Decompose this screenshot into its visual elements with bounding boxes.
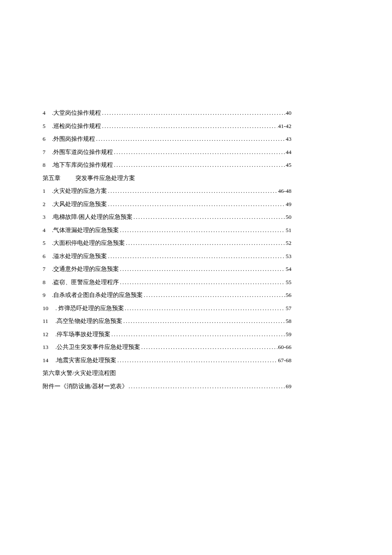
toc-title: .气体泄漏处理的应急预案 xyxy=(52,227,119,233)
toc-entry: 4 .气体泄漏处理的应急预案 51 xyxy=(43,227,291,233)
toc-page: 49 xyxy=(285,201,292,207)
toc-number: 1 xyxy=(43,188,52,194)
toc-entry: 14 .地震灾害应急处理预案 67-68 xyxy=(43,357,291,363)
toc-number: 4 xyxy=(43,227,52,233)
toc-title: .大堂岗位操作规程 xyxy=(52,110,101,116)
toc-leader xyxy=(122,318,285,324)
toc-entry: 10 . 炸弹恐吓处理的应急预案 57 xyxy=(43,305,291,311)
toc-leader xyxy=(119,279,285,285)
toc-entry: 4 .大堂岗位操作规程 40 xyxy=(43,110,291,116)
toc-leader xyxy=(124,305,285,311)
toc-title: .外围车道岗位操作规程 xyxy=(52,149,113,155)
toc-title: .自杀或者企图自杀处理的应急预案 xyxy=(52,292,143,298)
toc-page: 40 xyxy=(285,110,292,116)
toc-title: . 炸弹恐吓处理的应急预案 xyxy=(55,305,124,311)
toc-leader xyxy=(116,357,277,363)
toc-entry: 7 .交通意外处理的应急预案 54 xyxy=(43,266,291,272)
toc-number: 12 xyxy=(43,331,55,337)
toc-leader xyxy=(119,266,285,272)
toc-title: .电梯故障/困人处理的应急预案 xyxy=(52,214,133,220)
toc-title: .大风处理的应急预案 xyxy=(52,201,107,207)
toc-leader xyxy=(128,384,285,389)
toc-number: 8 xyxy=(43,162,52,168)
toc-entry: 3 .电梯故障/困人处理的应急预案 50 xyxy=(43,214,291,220)
toc-page: 50 xyxy=(285,214,292,220)
toc-leader xyxy=(101,123,277,129)
toc-entry: 7 .外围车道岗位操作规程 44 xyxy=(43,149,291,155)
toc-entry: 5 .巡检岗位操作规程 41-42 xyxy=(43,123,291,129)
toc-number: 13 xyxy=(43,344,55,350)
toc-page: 59 xyxy=(285,331,292,337)
toc-title: .地下车库岗位操作规程 xyxy=(52,162,113,168)
toc-page: 43 xyxy=(285,136,292,142)
toc-page: 60-66 xyxy=(277,344,292,350)
toc-title: .地震灾害应急处理预案 xyxy=(55,357,116,363)
toc-leader xyxy=(125,240,285,246)
toc-entry: 1 .火灾处理的应急方案 46-48 xyxy=(43,188,291,194)
toc-number: 6 xyxy=(43,136,52,142)
toc-number: 5 xyxy=(43,123,52,129)
toc-number: 10 xyxy=(43,305,55,311)
toc-title: .外围岗操作规程 xyxy=(52,136,95,142)
toc-entry: 5 .大面积停电处理的应急预案 52 xyxy=(43,240,291,246)
toc-leader xyxy=(107,201,285,207)
toc-number: 2 xyxy=(43,201,52,207)
toc-number: 6 xyxy=(43,253,52,259)
document-page: 4 .大堂岗位操作规程 40 5 .巡检岗位操作规程 41-42 6 .外围岗操… xyxy=(0,0,392,389)
toc-leader xyxy=(140,344,277,350)
appendix-entry: 附件一《消防设施/器材一览表》 69 xyxy=(43,384,291,389)
toc-entry: 6 .溢水处理的应急预案 53 xyxy=(43,253,291,259)
toc-page: 54 xyxy=(285,266,292,272)
toc-title: .火灾处理的应急方案 xyxy=(52,188,107,194)
chapter-title: 第六章火警/火灾处理流程图 xyxy=(43,370,116,376)
toc-entry: 8 .地下车库岗位操作规程 45 xyxy=(43,162,291,168)
toc-entry: 8 .盗窃、匪警应急处理程序 55 xyxy=(43,279,291,285)
toc-page: 53 xyxy=(285,253,292,259)
toc-page: 55 xyxy=(285,279,292,285)
toc-title: .公共卫生突发事件应急处理预案 xyxy=(55,344,140,350)
toc-title: .停车场事故处理预案 xyxy=(55,331,110,337)
toc-leader xyxy=(110,331,285,337)
toc-page: 45 xyxy=(285,162,292,168)
toc-leader xyxy=(113,149,285,155)
chapter-title: 突发事件应急处理方案 xyxy=(75,175,135,181)
toc-entry: 6 .外围岗操作规程 43 xyxy=(43,136,291,142)
toc-page: 41-42 xyxy=(277,123,292,129)
toc-leader xyxy=(107,253,285,259)
toc-title: .溢水处理的应急预案 xyxy=(52,253,107,259)
toc-number: 14 xyxy=(43,357,55,363)
chapter-label: 第五章 xyxy=(43,175,61,181)
toc-leader xyxy=(113,162,285,168)
toc-entry: 11 .高空坠物处理的应急预案 58 xyxy=(43,318,291,324)
toc-leader xyxy=(101,110,285,116)
appendix-title: 附件一《消防设施/器材一览表》 xyxy=(43,384,128,389)
toc-leader xyxy=(133,214,285,220)
toc-number: 8 xyxy=(43,279,52,285)
toc-number: 7 xyxy=(43,149,52,155)
toc-leader xyxy=(119,227,285,233)
toc-leader xyxy=(107,188,277,194)
toc-number: 9 xyxy=(43,292,52,298)
toc-title: .交通意外处理的应急预案 xyxy=(52,266,119,272)
toc-page: 58 xyxy=(285,318,292,324)
toc-title: .大面积停电处理的应急预案 xyxy=(52,240,125,246)
toc-page: 52 xyxy=(285,240,292,246)
toc-number: 3 xyxy=(43,214,52,220)
toc-page: 69 xyxy=(285,384,292,389)
toc-page: 57 xyxy=(285,305,292,311)
toc-page: 56 xyxy=(285,292,292,298)
toc-entry: 12 .停车场事故处理预案 59 xyxy=(43,331,291,337)
toc-title: .盗窃、匪警应急处理程序 xyxy=(52,279,119,285)
toc-leader xyxy=(143,292,285,298)
toc-leader xyxy=(95,136,285,142)
toc-number: 11 xyxy=(43,318,55,324)
toc-number: 4 xyxy=(43,110,52,116)
toc-page: 51 xyxy=(285,227,292,233)
chapter-5-heading: 第五章 突发事件应急处理方案 xyxy=(43,175,291,181)
toc-entry: 9 .自杀或者企图自杀处理的应急预案 56 xyxy=(43,292,291,298)
toc-entry: 13 .公共卫生突发事件应急处理预案 60-66 xyxy=(43,344,291,350)
toc-number: 7 xyxy=(43,266,52,272)
toc-page: 44 xyxy=(285,149,292,155)
toc-number: 5 xyxy=(43,240,52,246)
toc-entry: 2 .大风处理的应急预案 49 xyxy=(43,201,291,207)
